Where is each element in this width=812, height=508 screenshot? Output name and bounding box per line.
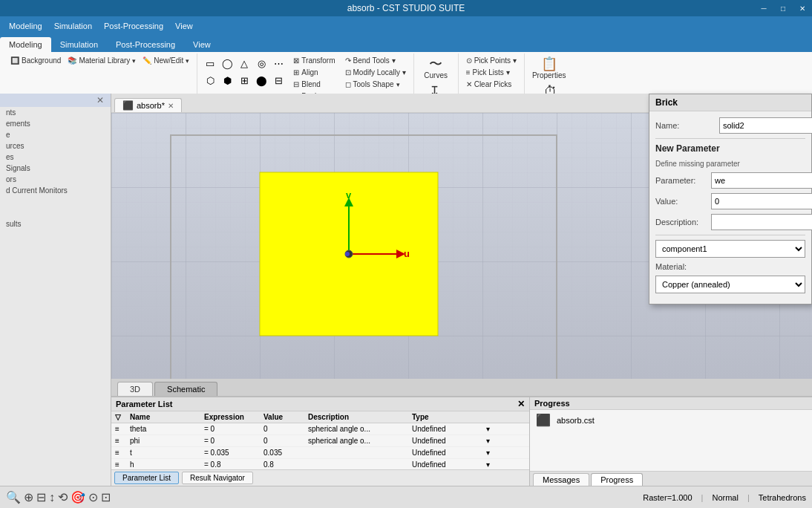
shape-btn-3[interactable]: △ (236, 55, 252, 71)
modify-locally-button[interactable]: ⊡ Modify Locally ▾ (342, 67, 409, 78)
blend-button[interactable]: ⊟ Blend (290, 79, 338, 90)
row-chev-t: ▾ (484, 448, 499, 457)
status-icon-move[interactable]: ↕ (49, 491, 55, 504)
menu-bar: Modeling Simulation Post-Processing View (0, 16, 812, 36)
sidebar-item-sults[interactable]: sults (0, 218, 111, 229)
shape-btn-7[interactable]: ⬢ (219, 72, 235, 88)
maximize-button[interactable]: □ (773, 0, 793, 16)
svg-text:u: u (404, 248, 410, 259)
shape-btn-more[interactable]: ⋯ (270, 55, 287, 71)
shape-btn-6[interactable]: ⬡ (202, 72, 218, 88)
ribbon-tab-simulation[interactable]: Simulation (51, 37, 107, 52)
row-icon-h: ≡ (113, 460, 128, 469)
result-navigator-btn[interactable]: Result Navigator (182, 472, 253, 484)
shape-btn-8[interactable]: ⊞ (236, 72, 252, 88)
param-row-h[interactable]: ≡ h = 0.8 0.8 Undefined ▾ (111, 459, 529, 469)
doc-tab-close[interactable]: ✕ (168, 102, 174, 110)
param-row-t[interactable]: ≡ t = 0.035 0.035 Undefined ▾ (111, 447, 529, 459)
shape-btn-10[interactable]: ⊟ (270, 72, 287, 88)
status-icon-target[interactable]: 🎯 (71, 490, 85, 504)
material-select[interactable]: Copper (annealed) (655, 276, 805, 293)
properties-button[interactable]: 📋 Properties (529, 55, 569, 82)
sidebar-item-ors[interactable]: ors (0, 174, 111, 185)
clear-picks-button[interactable]: ✕ Clear Picks (463, 79, 515, 90)
background-button[interactable]: 🔲 Background (7, 55, 64, 66)
param-list-btn[interactable]: Parameter List (114, 472, 179, 484)
sidebar-item-elements2[interactable]: ements (0, 118, 111, 129)
pick-lists-icon: ≡ (466, 68, 471, 76)
material-label: Material: (655, 262, 711, 271)
app-title: absorb - CST STUDIO SUITE (347, 3, 465, 13)
row-name-theta: theta (128, 424, 202, 434)
param-table-header: ▽ Name Expression Value Description Type (111, 411, 529, 423)
sidebar-close-button[interactable]: ✕ (94, 95, 106, 105)
parameter-list-header: Parameter List ✕ (111, 397, 529, 411)
col-description: Description (306, 412, 410, 422)
param-actions: Parameter List Result Navigator (111, 469, 529, 486)
menu-item-modeling[interactable]: Modeling (3, 19, 48, 33)
status-icon-plus[interactable]: ⊕ (24, 490, 33, 504)
align-button[interactable]: ⊞ Align (290, 67, 338, 78)
curves-button[interactable]: 〜 Curves (421, 55, 451, 82)
transform-button[interactable]: ⊠ Transform (290, 55, 338, 66)
close-button[interactable]: ✕ (793, 0, 812, 16)
sidebar-item-current-monitors[interactable]: d Current Monitors (0, 185, 111, 196)
status-right: Raster=1.000 | Normal | Tetrahedrons (643, 493, 806, 502)
sidebar-item-es[interactable]: es (0, 152, 111, 163)
value-input[interactable] (711, 193, 812, 209)
progress-header: Progress (530, 397, 812, 410)
new-edit-button[interactable]: ✏️ New/Edit ▾ (140, 55, 192, 66)
material-library-button[interactable]: 📚 Material Library ▾ (65, 55, 139, 66)
shape-btn-2[interactable]: ◯ (219, 55, 235, 71)
pick-points-icon: ⊙ (466, 56, 472, 65)
row-expr-t: = 0.035 (202, 448, 261, 457)
viewport-tab-3d[interactable]: 3D (117, 382, 153, 396)
shape-tools-button[interactable]: ◻ Tools Shape ▾ (342, 79, 409, 90)
row-type-phi: Undefined (410, 436, 484, 446)
row-expr-phi: = 0 (202, 436, 261, 446)
description-row: Description: (655, 214, 805, 230)
dialog-name-input[interactable] (719, 117, 812, 134)
dialog-body: Name: New Parameter Define missing param… (649, 111, 811, 304)
description-label: Description: (655, 218, 711, 227)
sidebar-item-source[interactable]: e (0, 129, 111, 140)
properties-icon: 📋 (541, 57, 557, 71)
pick-points-button[interactable]: ⊙ Pick Points ▾ (463, 55, 520, 66)
parameter-input[interactable] (711, 172, 812, 189)
ribbon-tab-postprocessing[interactable]: Post-Processing (107, 37, 184, 52)
shape-btn-1[interactable]: ▭ (202, 55, 218, 71)
bend-tools-button[interactable]: ↷ Bend Tools ▾ (342, 55, 409, 66)
pick-lists-button[interactable]: ≡ Pick Lists ▾ (463, 67, 513, 78)
shape-btn-4[interactable]: ◎ (253, 55, 269, 71)
shape-btn-9[interactable]: ⬤ (253, 72, 269, 88)
sidebar-item-elements[interactable]: nts (0, 107, 111, 118)
sidebar-item-signals[interactable]: Signals (0, 163, 111, 174)
menu-item-view[interactable]: View (169, 19, 199, 33)
status-icon-grid[interactable]: ⊡ (101, 490, 111, 504)
description-input[interactable] (711, 214, 812, 230)
sidebar-item-sources[interactable]: urces (0, 140, 111, 152)
doc-tab-absorb[interactable]: ⬛ absorb* ✕ (114, 98, 182, 112)
sidebar-header: ✕ (0, 94, 111, 107)
status-icon-search[interactable]: 🔍 (6, 490, 21, 504)
row-val-phi: 0 (261, 436, 306, 446)
parameter-list-close[interactable]: ✕ (517, 399, 525, 409)
param-row-theta[interactable]: ≡ theta = 0 0 spherical angle o... Undef… (111, 423, 529, 435)
viewport-tabs: 3D Schematic (111, 379, 812, 397)
status-icon-minus[interactable]: ⊟ (36, 490, 46, 504)
param-row-phi[interactable]: ≡ phi = 0 0 spherical angle o... Undefin… (111, 435, 529, 447)
ribbon-tab-modeling[interactable]: Modeling (0, 37, 51, 52)
row-desc-t (306, 448, 410, 457)
menu-item-postprocessing[interactable]: Post-Processing (98, 19, 169, 33)
minimize-button[interactable]: ─ (754, 0, 773, 16)
status-icon-rotate[interactable]: ⟲ (58, 490, 68, 504)
menu-item-simulation[interactable]: Simulation (48, 19, 98, 33)
status-raster: Raster=1.000 (643, 493, 692, 502)
component-select[interactable]: component1 (655, 240, 805, 258)
row-val-h: 0.8 (261, 460, 306, 469)
viewport-tab-schematic[interactable]: Schematic (154, 382, 217, 396)
ribbon-tab-view[interactable]: View (184, 37, 220, 52)
status-icon-pick[interactable]: ⊙ (88, 490, 98, 504)
progress-tab-btn[interactable]: Progress (591, 473, 643, 486)
messages-tab[interactable]: Messages (533, 473, 589, 486)
